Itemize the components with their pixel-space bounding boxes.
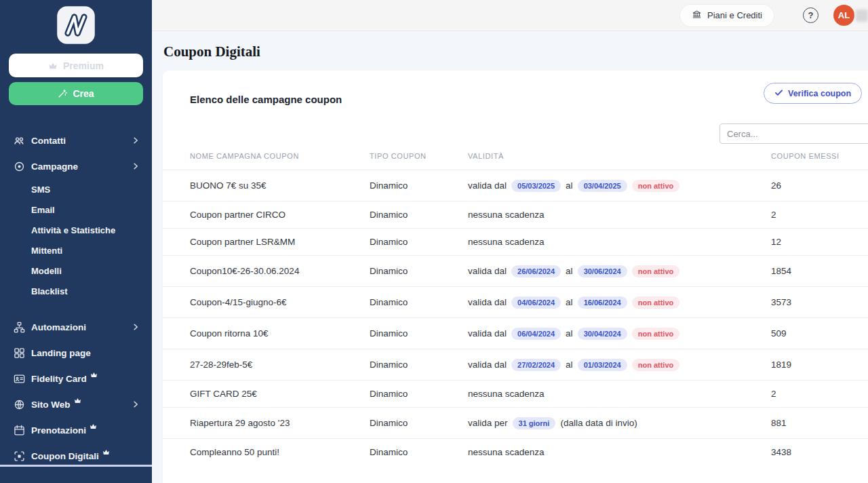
table-row[interactable]: Coupon partner LSR&MM Dinamico nessuna s… (163, 228, 868, 255)
duration-badge: 31 giorni (513, 417, 556, 429)
coupon-type: Dinamico (370, 418, 468, 428)
sidebar: Premium Crea Contatti Campagne SMS Email… (0, 0, 152, 483)
campaign-name: Coupon partner CIRCO (190, 210, 370, 220)
sidebar-item-campagne[interactable]: Campagne (0, 153, 152, 179)
card-actions: Verifica coupon Nu (764, 83, 868, 104)
main-content: Coupon Digitali Elenco delle campagne co… (152, 32, 868, 483)
validity-prefix: valida dal (468, 266, 507, 276)
coupons-issued: 2 (771, 210, 868, 220)
sidebar-item-label: Fidelity Card (31, 374, 87, 384)
validity-none: nessuna scadenza (468, 389, 545, 399)
coupon-type: Dinamico (370, 447, 468, 457)
column-header-tipo-coupon: TIPO COUPON (370, 152, 468, 160)
crea-label: Crea (73, 88, 94, 99)
sidebar-subitem-sms[interactable]: SMS (0, 179, 152, 199)
campaign-validity: nessuna scadenza (468, 447, 771, 457)
sidebar-item-contatti[interactable]: Contatti (0, 128, 152, 153)
table-row[interactable]: 27-28-29feb-5€ Dinamico valida dal27/02/… (163, 349, 868, 380)
plans-credits-label: Piani e Crediti (707, 10, 762, 20)
sidebar-item-landing-page[interactable]: Landing page (0, 340, 152, 366)
sidebar-item-fidelity-card[interactable]: Fidelity Card (0, 366, 152, 391)
sidebar-item-prenotazioni[interactable]: Prenotazioni (0, 417, 152, 443)
sidebar-item-label: Sito Web (31, 400, 71, 410)
app-logo[interactable] (0, 0, 152, 45)
validity-mid: al (566, 266, 573, 276)
status-badge: non attivo (632, 265, 680, 277)
page-title: Coupon Digitali (163, 43, 868, 60)
date-from-badge: 27/02/2024 (511, 359, 561, 371)
sidebar-item-label: Automazioni (31, 322, 86, 332)
campaign-validity: valida dal04/06/2024al16/06/2024non atti… (468, 296, 771, 309)
coupon-type: Dinamico (370, 210, 468, 220)
sidebar-item-label: Landing page (31, 348, 91, 358)
premium-button[interactable]: Premium (9, 54, 143, 77)
coupons-issued: 3573 (771, 297, 868, 307)
validity-prefix: valida dal (468, 360, 507, 370)
table-row[interactable]: Coupon-4/15-giugno-6€ Dinamico valida da… (163, 286, 868, 317)
globe-icon (14, 399, 25, 410)
chevron-right-icon (132, 400, 140, 408)
table-row[interactable]: Compleanno 50 punti! Dinamico nessuna sc… (163, 438, 868, 465)
date-to-badge: 01/03/2024 (578, 359, 627, 371)
target-icon (14, 161, 25, 172)
date-to-badge: 03/04/2025 (578, 180, 627, 192)
chevron-right-icon (132, 162, 140, 170)
topbar: Piani e Crediti ? AL (152, 0, 868, 31)
sidebar-subitem-mittenti[interactable]: Mittenti (0, 240, 152, 260)
sidebar-subitem-modelli[interactable]: Modelli (0, 260, 152, 281)
column-header-coupon-emessi: COUPON EMESSI (771, 152, 868, 160)
help-icon[interactable]: ? (803, 7, 818, 23)
table-row[interactable]: BUONO 7€ su 35€ Dinamico valida dal05/03… (163, 170, 868, 201)
crea-button[interactable]: Crea (9, 82, 143, 105)
date-from-badge: 26/06/2024 (511, 265, 561, 277)
table-header-row: NOME CAMPAGNA COUPONTIPO COUPONVALIDITÀC… (163, 142, 868, 170)
date-to-badge: 30/04/2024 (578, 328, 627, 340)
campaign-validity: nessuna scadenza (468, 389, 771, 399)
sidebar-subitem-blacklist[interactable]: Blacklist (0, 281, 152, 301)
coupons-issued: 12 (771, 237, 868, 247)
crown-icon (48, 62, 58, 69)
logo-icon (56, 5, 96, 45)
sidebar-subitem-label: Blacklist (31, 286, 67, 296)
coupons-issued: 3438 (771, 447, 868, 457)
coupons-issued: 1854 (771, 266, 868, 276)
campaign-name: Compleanno 50 punti! (190, 447, 370, 457)
calendar-icon (14, 425, 25, 436)
validity-suffix: (dalla data di invio) (560, 418, 637, 428)
coupon-type: Dinamico (370, 266, 468, 276)
idcard-icon (14, 373, 25, 385)
check-icon (774, 89, 783, 98)
sidebar-subitem-email[interactable]: Email (0, 199, 152, 220)
table-row[interactable]: Coupon10€-26-30.06.2024 Dinamico valida … (163, 255, 868, 286)
crown-icon (90, 423, 97, 429)
campaign-name: Riapertura 29 agosto '23 (190, 418, 370, 428)
date-from-badge: 06/04/2024 (511, 328, 561, 340)
bank-icon (692, 9, 702, 21)
sidebar-subitem-label: Modelli (31, 266, 62, 276)
coupons-issued: 509 (771, 328, 868, 339)
avatar[interactable]: AL (833, 5, 854, 26)
sidebar-subitem-attivita-e-statistiche[interactable]: Attività e Statistiche (0, 220, 152, 240)
coupon-campaigns-table: NOME CAMPAGNA COUPONTIPO COUPONVALIDITÀC… (163, 142, 868, 465)
wand-icon (58, 89, 67, 98)
people-icon (14, 135, 25, 147)
sidebar-item-automazioni[interactable]: Automazioni (0, 314, 152, 340)
status-badge: non attivo (632, 296, 680, 309)
status-badge: non attivo (632, 180, 680, 192)
crown-icon (102, 449, 110, 455)
campaign-name: Coupon10€-26-30.06.2024 (190, 266, 370, 276)
sidebar-item-sito-web[interactable]: Sito Web (0, 391, 152, 417)
sidebar-menu: Contatti Campagne SMS Email Attività e S… (0, 128, 152, 469)
table-row[interactable]: Coupon partner CIRCO Dinamico nessuna sc… (163, 201, 868, 228)
table-row[interactable]: Riapertura 29 agosto '23 Dinamico valida… (163, 407, 868, 438)
table-row[interactable]: Coupon ritorna 10€ Dinamico valida dal06… (163, 317, 868, 349)
table-row[interactable]: GIFT CARD 25€ Dinamico nessuna scadenza … (163, 380, 868, 407)
campaign-validity: nessuna scadenza (468, 237, 771, 247)
plans-credits-button[interactable]: Piani e Crediti (680, 5, 774, 26)
crown-icon (90, 372, 98, 378)
verify-coupon-button[interactable]: Verifica coupon (764, 83, 862, 104)
campaign-name: Coupon ritorna 10€ (190, 328, 370, 339)
coupons-issued: 1819 (771, 360, 868, 370)
card-heading: Elenco delle campagne coupon (190, 94, 342, 105)
search-input[interactable] (719, 123, 868, 144)
